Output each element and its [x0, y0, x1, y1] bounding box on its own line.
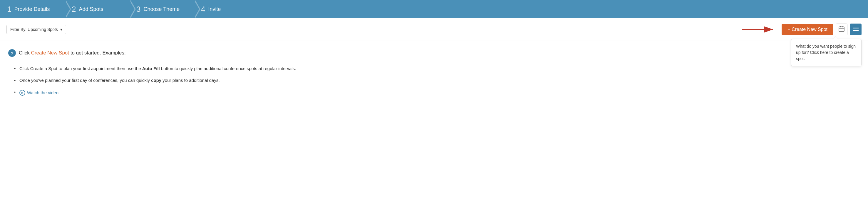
list-item: Once you've planned your first day of co…: [14, 75, 860, 86]
intro-prefix: Click: [19, 50, 31, 56]
bullet-2-suffix: your plans to additional days.: [161, 78, 219, 83]
intro-suffix: to get started. Examples:: [69, 50, 126, 56]
arrow-indicator: [742, 24, 777, 35]
intro-line: ? Click Create New Spot to get started. …: [8, 49, 860, 57]
svg-rect-2: [839, 27, 844, 31]
tooltip-text: What do you want people to sign up for? …: [796, 44, 856, 61]
step-2[interactable]: 2 Add Spots: [65, 0, 129, 18]
step-1[interactable]: 1 Provide Details: [0, 0, 65, 18]
step-2-label: Add Spots: [79, 6, 103, 12]
bullet-2-prefix: Once you've planned your first day of co…: [20, 78, 151, 83]
step-1-number: 1: [7, 5, 11, 14]
step-3-label: Choose Theme: [144, 6, 180, 12]
progress-bar: 1 Provide Details 2 Add Spots 3 Choose T…: [0, 0, 868, 18]
bullet-1-prefix: Click Create a Spot to plan your first a…: [20, 66, 142, 71]
toolbar-right: + Create New Spot Wh: [742, 24, 862, 35]
filter-dropdown[interactable]: Filter By: Upcoming Spots ▾: [6, 25, 66, 34]
menu-icon: [853, 26, 859, 33]
bullet-list: Click Create a Spot to plan your first a…: [11, 63, 860, 99]
intro-text: Click Create New Spot to get started. Ex…: [19, 50, 126, 56]
tooltip: What do you want people to sign up for? …: [791, 39, 862, 66]
create-new-spot-link[interactable]: Create New Spot: [31, 50, 69, 56]
menu-button[interactable]: [850, 24, 862, 35]
chevron-down-icon: ▾: [60, 27, 62, 32]
step-1-label: Provide Details: [14, 6, 50, 12]
toolbar: Filter By: Upcoming Spots ▾ + Create New…: [0, 18, 868, 41]
list-item: Click Create a Spot to plan your first a…: [14, 63, 860, 75]
main-content: ? Click Create New Spot to get started. …: [0, 41, 868, 104]
help-icon: ?: [8, 49, 16, 57]
watch-video-link[interactable]: ▶ Watch the video.: [20, 89, 60, 96]
create-new-spot-button[interactable]: + Create New Spot: [782, 24, 833, 35]
list-item: ▶ Watch the video.: [14, 86, 860, 99]
step-2-number: 2: [72, 5, 76, 14]
calendar-view-button[interactable]: [836, 24, 847, 35]
filter-label: Filter By: Upcoming Spots: [10, 27, 58, 32]
step-4[interactable]: 4 Invite: [194, 0, 258, 18]
bullet-1-bold: Auto Fill: [142, 66, 160, 71]
bullet-1-suffix: button to quickly plan additional confer…: [160, 66, 296, 71]
bullet-2-bold: copy: [151, 78, 161, 83]
watch-link-text: Watch the video.: [27, 89, 60, 96]
step-3-number: 3: [136, 5, 141, 14]
step-3[interactable]: 3 Choose Theme: [129, 0, 194, 18]
step-4-label: Invite: [208, 6, 221, 12]
play-icon: ▶: [20, 90, 25, 96]
calendar-icon: [839, 26, 844, 33]
step-4-number: 4: [201, 5, 205, 14]
